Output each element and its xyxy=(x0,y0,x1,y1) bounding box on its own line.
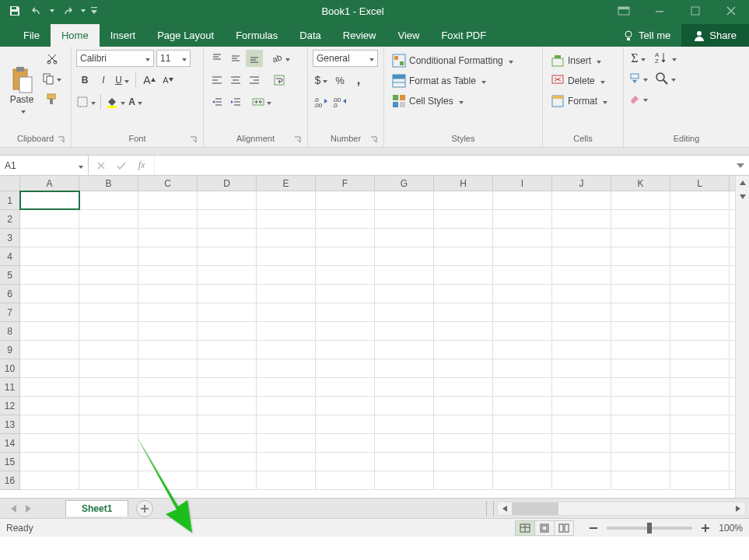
cell[interactable] xyxy=(20,359,79,377)
cell[interactable] xyxy=(20,322,79,340)
cell[interactable] xyxy=(434,415,493,433)
expand-formula-bar[interactable] xyxy=(732,156,749,175)
cell[interactable] xyxy=(138,471,198,489)
cell[interactable] xyxy=(434,191,493,209)
cell[interactable] xyxy=(670,341,730,359)
cell[interactable] xyxy=(138,453,198,471)
cell[interactable] xyxy=(611,471,670,489)
number-format-select[interactable]: General xyxy=(313,50,378,67)
column-header[interactable]: D xyxy=(198,176,257,191)
cell[interactable] xyxy=(316,247,375,265)
cell[interactable] xyxy=(611,191,670,209)
decrease-font-button[interactable]: A xyxy=(159,72,177,89)
cell[interactable] xyxy=(552,341,611,359)
cell[interactable] xyxy=(138,303,198,321)
cell[interactable] xyxy=(552,378,611,396)
column-header[interactable]: I xyxy=(493,176,552,191)
cell[interactable] xyxy=(434,229,493,247)
cell[interactable] xyxy=(20,229,79,247)
cell[interactable] xyxy=(670,266,730,284)
cell[interactable] xyxy=(316,285,375,303)
row-header[interactable]: 10 xyxy=(0,359,19,378)
cell[interactable] xyxy=(552,191,611,209)
cell[interactable] xyxy=(434,266,493,284)
close-button[interactable] xyxy=(713,0,749,22)
cell[interactable] xyxy=(257,378,316,396)
cell[interactable] xyxy=(138,434,198,452)
cell[interactable] xyxy=(552,247,611,265)
sheet-nav-prev[interactable] xyxy=(6,502,20,516)
cell[interactable] xyxy=(375,434,434,452)
cell[interactable] xyxy=(375,322,434,340)
wrap-text-button[interactable] xyxy=(271,72,288,89)
cell[interactable] xyxy=(552,359,611,377)
accounting-format-button[interactable]: $ xyxy=(313,72,330,89)
column-header[interactable]: L xyxy=(670,176,730,191)
cell[interactable] xyxy=(20,247,79,265)
cell[interactable] xyxy=(611,266,670,284)
cell[interactable] xyxy=(316,453,375,471)
cell[interactable] xyxy=(552,397,611,415)
cells-area[interactable] xyxy=(20,191,735,498)
vertical-scrollbar[interactable] xyxy=(735,176,749,498)
underline-button[interactable]: U xyxy=(114,72,131,89)
cell[interactable] xyxy=(611,378,670,396)
cell[interactable] xyxy=(316,266,375,284)
row-header[interactable]: 4 xyxy=(0,247,19,266)
cell[interactable] xyxy=(493,397,552,415)
increase-decimal-button[interactable]: .0.00 xyxy=(313,93,330,110)
enter-formula-button[interactable] xyxy=(114,158,129,173)
cell[interactable] xyxy=(611,285,670,303)
row-header[interactable]: 2 xyxy=(0,210,19,229)
cell[interactable] xyxy=(79,359,138,377)
cell[interactable] xyxy=(611,322,670,340)
cell[interactable] xyxy=(138,359,198,377)
cell[interactable] xyxy=(375,229,434,247)
cell[interactable] xyxy=(138,247,198,265)
cell[interactable] xyxy=(257,191,316,209)
cell[interactable] xyxy=(198,210,257,228)
horizontal-scrollbar[interactable] xyxy=(497,502,746,516)
tab-file[interactable]: File xyxy=(12,24,51,47)
cell[interactable] xyxy=(611,303,670,321)
cell[interactable] xyxy=(20,453,79,471)
cell[interactable] xyxy=(20,341,79,359)
cell[interactable] xyxy=(375,303,434,321)
cell[interactable] xyxy=(493,378,552,396)
font-color-button[interactable]: A xyxy=(127,93,144,110)
cell[interactable] xyxy=(138,191,198,209)
cell[interactable] xyxy=(375,359,434,377)
cell[interactable] xyxy=(20,471,79,489)
zoom-in-button[interactable] xyxy=(697,522,714,534)
cell[interactable] xyxy=(434,453,493,471)
cell[interactable] xyxy=(670,378,730,396)
cell[interactable] xyxy=(138,322,198,340)
scroll-left-button[interactable] xyxy=(498,502,512,515)
cell[interactable] xyxy=(198,434,257,452)
formula-input[interactable] xyxy=(155,156,732,175)
cell[interactable] xyxy=(611,434,670,452)
decrease-indent-button[interactable] xyxy=(208,93,226,110)
cell[interactable] xyxy=(257,303,316,321)
cell[interactable] xyxy=(552,285,611,303)
cell[interactable] xyxy=(611,341,670,359)
cell[interactable] xyxy=(198,341,257,359)
cell[interactable] xyxy=(198,191,257,209)
cell[interactable] xyxy=(79,285,138,303)
share-button[interactable]: Share xyxy=(681,24,749,47)
cell[interactable] xyxy=(375,397,434,415)
cell[interactable] xyxy=(493,322,552,340)
cell[interactable] xyxy=(434,341,493,359)
cell[interactable] xyxy=(198,397,257,415)
cell[interactable] xyxy=(375,471,434,489)
cell[interactable] xyxy=(257,359,316,377)
cell[interactable] xyxy=(670,471,730,489)
cell[interactable] xyxy=(434,378,493,396)
fill-color-button[interactable] xyxy=(106,93,125,110)
cell[interactable] xyxy=(316,415,375,433)
cell[interactable] xyxy=(257,397,316,415)
cell[interactable] xyxy=(316,191,375,209)
autosum-button[interactable]: Σ xyxy=(628,50,648,67)
tab-data[interactable]: Data xyxy=(289,24,331,47)
cell[interactable] xyxy=(670,415,730,433)
